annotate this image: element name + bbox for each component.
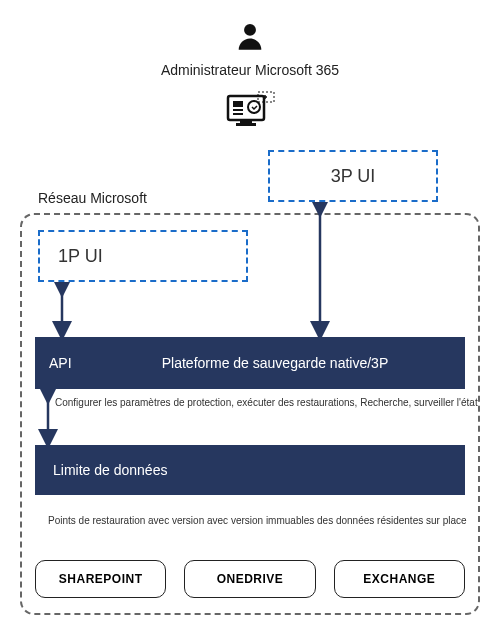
restore-description: Points de restauration avec version avec… <box>48 515 480 526</box>
service-label: ONEDRIVE <box>217 572 284 586</box>
svg-rect-4 <box>233 101 243 107</box>
platform-label: Plateforme de sauvegarde native/3P <box>105 355 465 371</box>
first-party-ui-box: 1P UI <box>38 230 248 282</box>
config-description: Configurer les paramètres de protection,… <box>55 397 480 408</box>
svg-rect-6 <box>233 113 243 115</box>
api-platform-bar: API Plateforme de sauvegarde native/3P <box>35 337 465 389</box>
svg-point-7 <box>248 101 260 113</box>
third-party-ui-box: 3P UI <box>268 150 438 202</box>
network-label: Réseau Microsoft <box>38 190 147 206</box>
svg-rect-5 <box>233 109 243 111</box>
service-label: EXCHANGE <box>363 572 435 586</box>
service-label: SHAREPOINT <box>59 572 143 586</box>
admin-title: Administrateur Microsoft 365 <box>161 62 339 78</box>
arrow-3p-to-api <box>310 202 330 341</box>
svg-point-0 <box>244 24 256 36</box>
arrow-1p-to-api <box>52 282 72 341</box>
services-row: SHAREPOINT ONEDRIVE EXCHANGE <box>35 560 465 598</box>
svg-rect-1 <box>228 96 264 120</box>
svg-rect-3 <box>236 123 256 126</box>
service-onedrive: ONEDRIVE <box>184 560 315 598</box>
svg-rect-2 <box>240 120 252 123</box>
first-party-ui-label: 1P UI <box>58 246 103 267</box>
monitor-icon <box>224 90 276 138</box>
data-boundary-bar: Limite de données <box>35 445 465 495</box>
data-boundary-label: Limite de données <box>53 462 167 478</box>
service-sharepoint: SHAREPOINT <box>35 560 166 598</box>
service-exchange: EXCHANGE <box>334 560 465 598</box>
third-party-ui-label: 3P UI <box>331 166 376 187</box>
user-icon <box>233 20 267 58</box>
api-label: API <box>35 355 105 371</box>
